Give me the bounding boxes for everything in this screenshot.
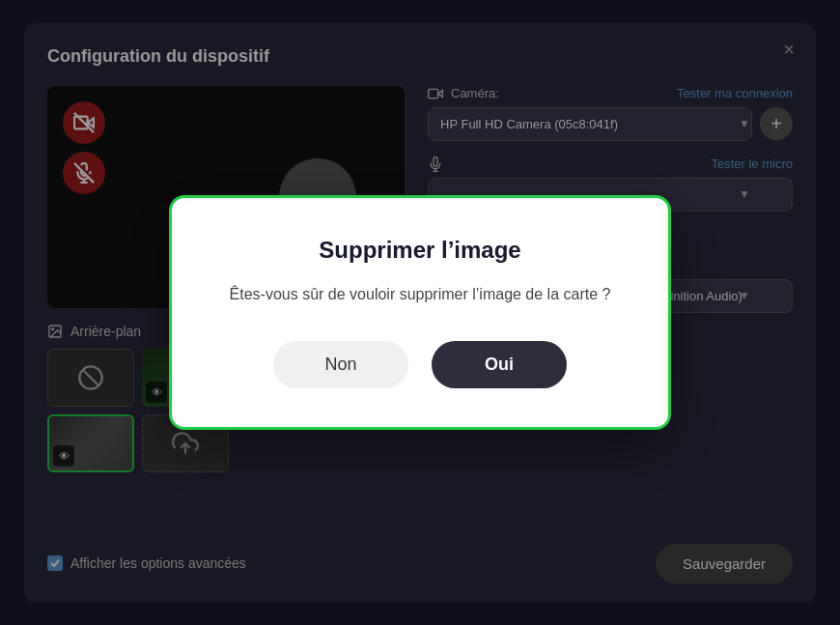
confirm-non-button[interactable]: Non [273, 341, 408, 388]
confirm-dialog-message: Êtes-vous sûr de vouloir supprimer l’ima… [220, 283, 620, 306]
confirm-dialog-buttons: Non Oui [220, 341, 620, 388]
confirm-dialog-title: Supprimer l’image [220, 237, 620, 264]
overlay: Supprimer l’image Êtes-vous sûr de voulo… [0, 0, 840, 625]
confirm-oui-button[interactable]: Oui [432, 341, 567, 388]
confirm-dialog: Supprimer l’image Êtes-vous sûr de voulo… [169, 195, 671, 430]
